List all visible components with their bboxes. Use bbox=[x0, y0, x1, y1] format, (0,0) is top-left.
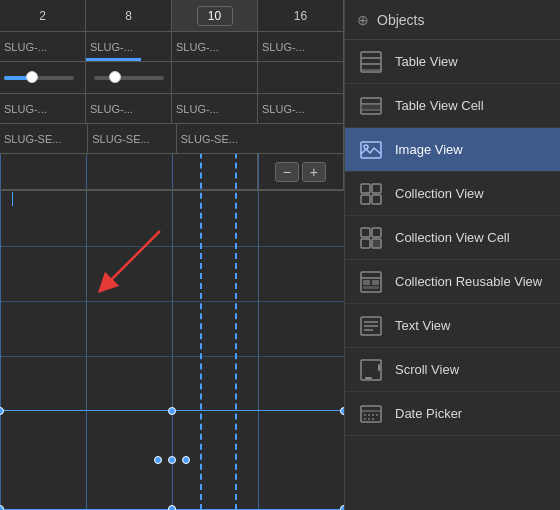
selection-handle-mid[interactable] bbox=[168, 407, 176, 415]
slug-cell: SLUG-... bbox=[0, 94, 86, 124]
col-header-10[interactable] bbox=[172, 0, 258, 31]
table-view-icon bbox=[357, 48, 385, 76]
svg-rect-18 bbox=[372, 239, 381, 248]
stepper-minus[interactable]: − bbox=[275, 162, 299, 182]
slug-label: SLUG-... bbox=[262, 103, 305, 115]
svg-rect-11 bbox=[361, 184, 370, 193]
selection-handle[interactable] bbox=[340, 505, 345, 510]
selection-handle[interactable] bbox=[340, 407, 345, 415]
collection-view-cell-icon bbox=[357, 224, 385, 252]
stepper-row: − + bbox=[0, 154, 344, 190]
svg-rect-21 bbox=[363, 280, 370, 285]
object-item-scroll-view[interactable]: Scroll View bbox=[345, 348, 560, 392]
slug-cell: SLUG-... bbox=[172, 32, 258, 62]
svg-rect-15 bbox=[361, 228, 370, 237]
svg-rect-23 bbox=[363, 286, 379, 289]
slug-cell: SLUG-... bbox=[0, 32, 86, 62]
scroll-view-icon bbox=[357, 356, 385, 384]
object-item-table-view-cell[interactable]: Table View Cell bbox=[345, 84, 560, 128]
object-label: Scroll View bbox=[395, 362, 459, 377]
slug-label: SLUG-... bbox=[176, 41, 219, 53]
svg-rect-14 bbox=[372, 195, 381, 204]
svg-point-10 bbox=[364, 145, 368, 149]
slug-label: SLUG-... bbox=[4, 41, 47, 53]
slug-se-label: SLUG-SE... bbox=[181, 133, 238, 145]
selection-handle-center[interactable] bbox=[182, 456, 190, 464]
selection-handle[interactable] bbox=[0, 407, 4, 415]
v-grid-line bbox=[258, 191, 259, 410]
col-header-8[interactable]: 8 bbox=[86, 0, 172, 31]
svg-rect-12 bbox=[372, 184, 381, 193]
table-view-cell-icon bbox=[357, 92, 385, 120]
slider-cell-empty bbox=[258, 62, 344, 94]
panel-header-icon: ⊕ bbox=[357, 12, 369, 28]
object-item-table-view[interactable]: Table View bbox=[345, 40, 560, 84]
slug-cell-blue: SLUG-... bbox=[86, 32, 172, 62]
svg-rect-33 bbox=[364, 414, 366, 416]
object-item-collection-view[interactable]: Collection View bbox=[345, 172, 560, 216]
canvas-panel: 2 8 16 SLUG-... SLUG-... bbox=[0, 0, 345, 510]
slug-cell: SLUG-... bbox=[172, 94, 258, 124]
slug-se-label: SLUG-SE... bbox=[92, 133, 149, 145]
object-label: Collection View Cell bbox=[395, 230, 510, 245]
svg-rect-36 bbox=[376, 414, 378, 416]
col-header-label: 8 bbox=[125, 9, 132, 23]
slug-se-row: SLUG-SE... SLUG-SE... SLUG-SE... bbox=[0, 124, 344, 154]
slug-row-2: SLUG-... SLUG-... SLUG-... SLUG-... bbox=[0, 94, 344, 124]
object-label: Date Picker bbox=[395, 406, 462, 421]
svg-rect-22 bbox=[372, 280, 379, 285]
panel-header: ⊕ Objects bbox=[345, 0, 560, 40]
object-label: Table View Cell bbox=[395, 98, 484, 113]
object-label: Collection Reusable View bbox=[395, 274, 542, 289]
object-item-image-view[interactable]: Image View bbox=[345, 128, 560, 172]
svg-rect-29 bbox=[378, 364, 380, 371]
slider-cell-empty bbox=[172, 62, 258, 94]
col-header-input[interactable] bbox=[197, 6, 233, 26]
slug-cell: SLUG-... bbox=[258, 94, 344, 124]
collection-view-icon bbox=[357, 180, 385, 208]
svg-line-0 bbox=[105, 231, 160, 286]
objects-panel: ⊕ Objects Table View bbox=[345, 0, 560, 510]
selection-handle-mid[interactable] bbox=[168, 505, 176, 510]
svg-rect-30 bbox=[365, 377, 372, 379]
objects-list: Table View Table View Cell bbox=[345, 40, 560, 510]
object-label: Text View bbox=[395, 318, 450, 333]
object-item-date-picker[interactable]: Date Picker bbox=[345, 392, 560, 436]
empty-canvas bbox=[0, 190, 344, 410]
selection-handle-center[interactable] bbox=[168, 456, 176, 464]
svg-rect-1 bbox=[361, 52, 381, 72]
column-headers: 2 8 16 bbox=[0, 0, 344, 32]
slider-track[interactable] bbox=[4, 76, 74, 80]
object-item-text-view[interactable]: Text View bbox=[345, 304, 560, 348]
text-view-icon bbox=[357, 312, 385, 340]
canvas-content: SLUG-... SLUG-... SLUG-... SLUG-... bbox=[0, 32, 344, 510]
col-header-label: 16 bbox=[294, 9, 307, 23]
col-header-2[interactable]: 2 bbox=[0, 0, 86, 31]
slug-label: SLUG-... bbox=[176, 103, 219, 115]
svg-rect-39 bbox=[372, 418, 374, 420]
slider-track-2[interactable] bbox=[94, 76, 164, 80]
slug-se-cell: SLUG-SE... bbox=[0, 124, 88, 154]
arrow-indicator bbox=[80, 211, 180, 311]
svg-rect-8 bbox=[361, 104, 381, 110]
slug-label: SLUG-... bbox=[262, 41, 305, 53]
slug-se-cell: SLUG-SE... bbox=[88, 124, 176, 154]
slug-label: SLUG-... bbox=[4, 103, 47, 115]
selection-region bbox=[0, 410, 344, 510]
col-header-16[interactable]: 16 bbox=[258, 0, 344, 31]
date-picker-icon bbox=[357, 400, 385, 428]
slug-cell: SLUG-... bbox=[258, 32, 344, 62]
selection-handle-center[interactable] bbox=[154, 456, 162, 464]
stepper-container: − + bbox=[258, 154, 345, 189]
object-label: Collection View bbox=[395, 186, 484, 201]
svg-rect-38 bbox=[368, 418, 370, 420]
object-item-collection-reusable-view[interactable]: Collection Reusable View bbox=[345, 260, 560, 304]
object-item-collection-view-cell[interactable]: Collection View Cell bbox=[345, 216, 560, 260]
stepper-plus[interactable]: + bbox=[302, 162, 326, 182]
svg-rect-13 bbox=[361, 195, 370, 204]
grid-vline bbox=[344, 32, 345, 510]
slug-se-cell: SLUG-SE... bbox=[177, 124, 345, 154]
slug-se-label: SLUG-SE... bbox=[4, 133, 61, 145]
selection-handle[interactable] bbox=[0, 505, 4, 510]
svg-rect-37 bbox=[364, 418, 366, 420]
